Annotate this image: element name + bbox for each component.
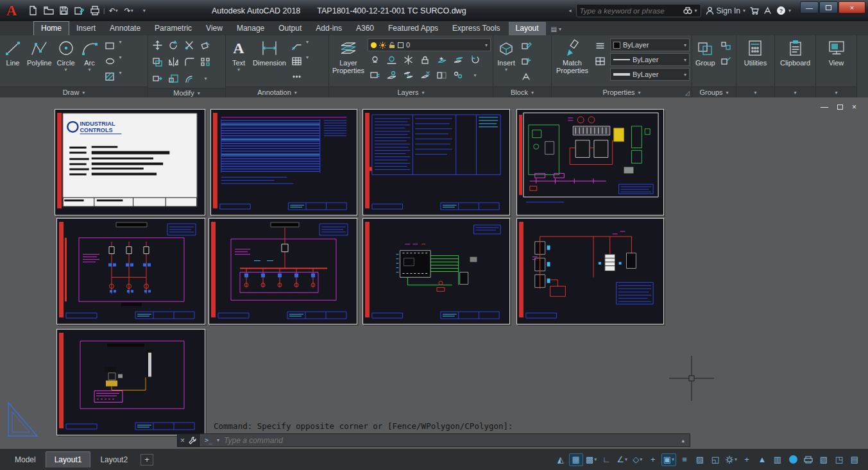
transparency-toggle-button[interactable]: ▨	[693, 453, 707, 466]
layer-off-button[interactable]	[368, 53, 382, 67]
panel-footer-annotation[interactable]: Annotation▾	[226, 87, 328, 97]
properties-list-button[interactable]	[593, 39, 608, 53]
view-button[interactable]: View	[826, 37, 847, 87]
close-button[interactable]: ×	[838, 1, 865, 13]
tab-express-tools[interactable]: Express Tools	[445, 22, 507, 35]
modify-more-button[interactable]: ▾	[198, 72, 213, 85]
trim-button[interactable]	[182, 38, 197, 52]
layer-fade-button[interactable]	[434, 69, 449, 82]
search-binoculars-icon[interactable]	[683, 6, 692, 15]
offset-button[interactable]	[182, 72, 197, 85]
command-input[interactable]	[224, 436, 677, 445]
insert-button[interactable]: Insert ▾	[495, 37, 517, 87]
circle-flyout-icon[interactable]: ▾	[65, 68, 67, 72]
grid-display-button[interactable]: ▦	[569, 453, 583, 466]
layout-viewport-8-control-wiring-sheet[interactable]	[516, 218, 664, 324]
tab-layout[interactable]: Layout	[509, 22, 546, 35]
ungroup-button[interactable]	[719, 39, 733, 53]
layout-viewport-3-schedule-sheet[interactable]	[362, 109, 510, 215]
help-button[interactable]: ? ▾	[776, 6, 791, 15]
group-edit-button[interactable]	[719, 55, 733, 68]
panel-footer-utilities[interactable]: ▾	[736, 87, 774, 97]
tab-home[interactable]: Home	[33, 21, 69, 35]
maximize-button[interactable]	[819, 1, 838, 13]
scale-button[interactable]	[166, 72, 181, 85]
panel-footer-modify[interactable]: Modify▾	[148, 88, 225, 97]
block-attributes-button[interactable]	[519, 70, 534, 83]
panel-footer-properties[interactable]: Properties▾	[552, 87, 692, 97]
erase-button[interactable]	[198, 38, 213, 52]
rectangle-flyout-icon[interactable]: ▾	[119, 39, 122, 53]
snap-dropdown-icon[interactable]: ▾	[594, 457, 597, 462]
create-block-button[interactable]	[519, 55, 534, 68]
search-dropdown-icon[interactable]: ▾	[695, 8, 697, 13]
layout-viewport-1-title-sheet[interactable]: INDUSTRIAL CONTROLS	[55, 109, 205, 215]
tab-a360[interactable]: A360	[349, 22, 381, 35]
save-button[interactable]	[56, 4, 71, 18]
autodesk-exchange-button[interactable]	[763, 6, 772, 15]
command-recent-icon[interactable]: ▾	[217, 437, 219, 443]
doc-minimize-icon[interactable]: —	[821, 103, 828, 112]
isodraft-dropdown-icon[interactable]: ▾	[640, 457, 642, 462]
layer-delete-button[interactable]	[418, 69, 432, 82]
layer-previous-button[interactable]	[468, 53, 482, 67]
annotation-more-button[interactable]	[289, 70, 304, 83]
table-flyout-icon[interactable]: ▾	[306, 55, 309, 68]
object-snap-button[interactable]: ▣▾	[661, 453, 676, 466]
make-current-button[interactable]	[434, 53, 449, 67]
plot-button[interactable]	[87, 4, 102, 18]
tab-layout2[interactable]: Layout2	[92, 452, 136, 467]
layout-viewport-5-power-schematic-sheet[interactable]	[56, 218, 205, 324]
panel-footer-block[interactable]: Block▾	[493, 87, 551, 97]
properties-dialog-launcher-icon[interactable]: ◿	[685, 90, 690, 96]
drawing-canvas[interactable]: — × INDUSTRIAL CONTROLS	[0, 97, 868, 449]
line-button[interactable]: Line	[2, 37, 24, 87]
quick-properties-button[interactable]: ▥	[770, 453, 785, 466]
isolate-objects-button[interactable]: ▧	[817, 453, 831, 466]
open-file-button[interactable]	[41, 4, 56, 18]
arc-flyout-icon[interactable]: ▾	[89, 68, 91, 72]
tab-view[interactable]: View	[199, 22, 230, 35]
annotation-visibility-button[interactable]: ▲	[755, 453, 769, 466]
text-button[interactable]: A Text ▾	[228, 37, 250, 87]
layer-freeze-button[interactable]	[401, 53, 416, 67]
array-button[interactable]	[198, 55, 213, 69]
app-store-button[interactable]	[750, 6, 759, 15]
graphics-performance-button[interactable]	[786, 453, 800, 466]
layout-viewport-4-panel-layout-sheet[interactable]	[516, 109, 664, 215]
circle-button[interactable]: Circle ▾	[55, 37, 77, 87]
leader-button[interactable]	[289, 39, 304, 53]
dimension-button[interactable]: Dimension	[251, 37, 287, 87]
mirror-button[interactable]	[166, 55, 181, 69]
panel-footer-layers[interactable]: Layers▾	[329, 87, 493, 97]
move-button[interactable]	[150, 38, 165, 52]
tab-add-ins[interactable]: Add-ins	[309, 22, 349, 35]
layer-state-button[interactable]	[368, 69, 382, 82]
redo-button[interactable]: ↷▾	[121, 4, 136, 18]
osnap-tracking-button[interactable]: +	[646, 453, 660, 466]
doc-close-icon[interactable]: ×	[852, 103, 856, 112]
layer-walk-button[interactable]	[384, 69, 399, 82]
arc-button[interactable]: Arc ▾	[79, 37, 101, 87]
workspace-dropdown-icon[interactable]: ▾	[735, 457, 737, 462]
layer-match-button[interactable]	[451, 53, 466, 67]
edit-block-button[interactable]	[519, 39, 534, 53]
new-layout-button[interactable]: +	[140, 454, 153, 466]
match-properties-button[interactable]: Match Properties	[554, 37, 591, 87]
ortho-mode-button[interactable]: ∟	[600, 453, 614, 466]
save-as-button[interactable]	[72, 4, 87, 18]
text-flyout-icon[interactable]: ▾	[237, 68, 240, 72]
tab-parametric[interactable]: Parametric	[148, 22, 199, 35]
minimize-button[interactable]: —	[800, 1, 819, 13]
workspace-button[interactable]: ▾	[724, 453, 738, 466]
command-expand-icon[interactable]: ▴	[681, 437, 685, 444]
panel-footer-draw[interactable]: Draw▾	[0, 87, 148, 97]
layer-merge-button[interactable]	[401, 69, 416, 82]
layer-isolate-button[interactable]	[384, 53, 399, 67]
command-input-bar[interactable]: >_ ▾ ▴	[200, 433, 690, 447]
undo-button[interactable]: ↶▾	[106, 4, 121, 18]
panel-footer-clipboard[interactable]: ▾	[775, 87, 815, 97]
sign-in-button[interactable]: Sign In ▾	[706, 6, 745, 15]
plot-status-button[interactable]	[801, 453, 815, 466]
panel-footer-groups[interactable]: Groups▾	[692, 87, 736, 97]
